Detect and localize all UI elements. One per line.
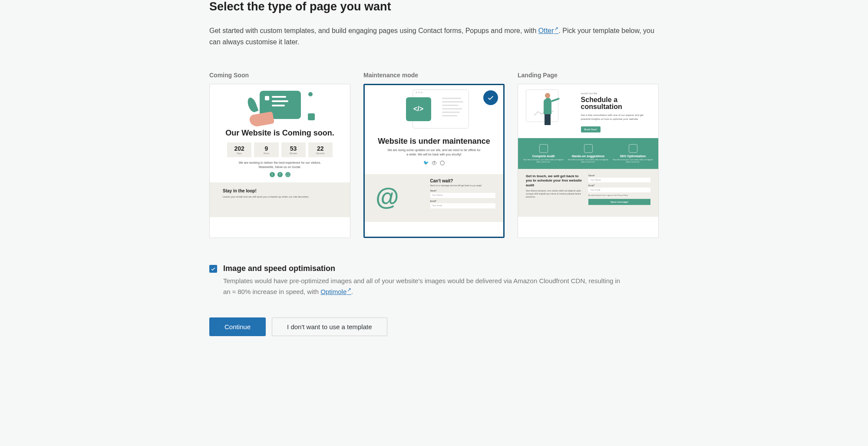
- template-card-maintenance[interactable]: </> Website is under maintenance We are …: [363, 84, 505, 238]
- external-link-icon: ↗: [554, 26, 558, 32]
- at-sign-icon: @: [376, 183, 399, 211]
- illustration-message-card: [252, 89, 308, 126]
- instagram-icon: ◯: [285, 172, 290, 177]
- template-card-landing[interactable]: Launch Your Site Schedule a consultation…: [518, 84, 659, 238]
- social-icons: 🐦ⓕ◯: [373, 160, 495, 166]
- instagram-icon: ◯: [440, 160, 445, 166]
- skip-template-button[interactable]: I don't want to use a template: [272, 317, 387, 336]
- template-landing: Landing Page: [518, 72, 659, 238]
- preview-title: Schedule a consultation: [581, 96, 650, 111]
- otter-link[interactable]: Otter↗: [538, 27, 559, 34]
- template-maintenance: Maintenance mode </> Website is under ma…: [363, 72, 505, 238]
- countdown: 202Days 9Hours 53Minutes 22Seconds: [227, 142, 333, 157]
- optimization-title: Image and speed optimisation: [223, 264, 335, 273]
- seo-icon: [629, 144, 637, 153]
- action-buttons: Continue I don't want to use a template: [209, 317, 659, 336]
- facebook-icon: ⓕ: [432, 160, 436, 166]
- template-label: Maintenance mode: [363, 72, 505, 79]
- optimization-description: Templates would have pre-optimized image…: [223, 276, 623, 297]
- continue-button[interactable]: Continue: [209, 317, 266, 336]
- selected-check-icon: [483, 90, 498, 105]
- optimization-row: Image and speed optimisation: [209, 264, 659, 273]
- optimole-link[interactable]: Optimole↗: [320, 288, 351, 295]
- template-coming-soon: Coming Soon Our Website is Coming soon. …: [209, 72, 350, 238]
- template-label: Coming Soon: [209, 72, 350, 79]
- template-label: Landing Page: [518, 72, 659, 79]
- optimization-checkbox[interactable]: [209, 265, 217, 273]
- twitter-icon: 🐦: [423, 160, 429, 166]
- page-title: Select the type of page you want: [209, 0, 659, 13]
- social-icons: t f ◯: [218, 172, 341, 177]
- external-link-icon: ↗: [347, 287, 351, 293]
- audit-icon: [539, 144, 548, 153]
- page-subtext: Get started with custom templates, and b…: [209, 25, 659, 48]
- preview-button: Book Now!: [581, 126, 601, 132]
- features-row: Complete AuditNam liberos tempore, nam s…: [518, 138, 658, 169]
- facebook-icon: f: [277, 172, 283, 177]
- preview-title: Website is under maintenance: [373, 137, 495, 146]
- lightbulb-icon: [584, 144, 593, 153]
- preview-note: We are working to deliver the best exper…: [218, 161, 341, 169]
- twitter-icon: t: [270, 172, 275, 177]
- preview-note: We are doing some updates on our site, a…: [373, 145, 495, 157]
- template-card-coming-soon[interactable]: Our Website is Coming soon. 202Days 9Hou…: [209, 84, 350, 238]
- illustration-presenter: [526, 89, 576, 133]
- code-icon: </>: [406, 97, 431, 121]
- templates-grid: Coming Soon Our Website is Coming soon. …: [209, 72, 659, 238]
- illustration-code-browser: </>: [399, 89, 469, 133]
- preview-title: Our Website is Coming soon.: [218, 129, 341, 138]
